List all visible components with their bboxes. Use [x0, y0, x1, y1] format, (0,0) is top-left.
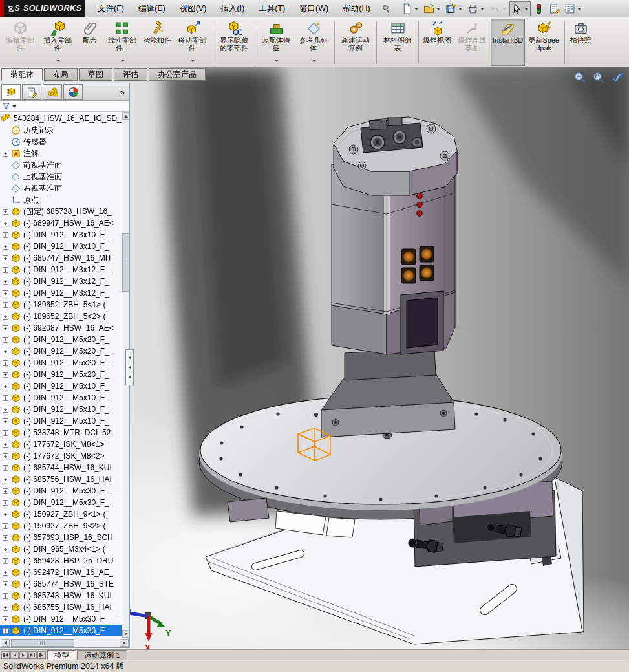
tree-item[interactable]: +(-) DIN_912__M5x10_F_: [0, 404, 122, 415]
expand-icon[interactable]: +: [3, 325, 8, 331]
expand-icon[interactable]: +: [3, 605, 8, 611]
tree-item[interactable]: +(-) DIN_912__M5x20_F_: [0, 357, 122, 369]
tree-item[interactable]: 前视基准面: [0, 159, 122, 171]
edit-component-button[interactable]: 编辑零部件: [1, 19, 39, 66]
display-screen[interactable]: [401, 291, 443, 354]
menu-item-3[interactable]: 插入(I): [213, 0, 251, 17]
tree-item[interactable]: 原点: [0, 194, 122, 206]
mate-button[interactable]: 配合: [76, 19, 103, 66]
dropdown-caret-icon[interactable]: [480, 8, 484, 12]
tree-item[interactable]: +(-) DIN_912__M3x12_F_: [0, 264, 122, 276]
expand-icon[interactable]: +: [3, 465, 8, 471]
expand-icon[interactable]: +: [3, 151, 8, 157]
assembly-features-button[interactable]: 装配体特征: [257, 19, 295, 66]
filter-caret-icon[interactable]: [12, 105, 16, 110]
take-snapshot-button[interactable]: 拍快照: [567, 19, 594, 66]
undo-button[interactable]: [487, 1, 509, 16]
linear-component-pattern-button[interactable]: 线性零部件...: [103, 19, 141, 66]
instant3d-button[interactable]: Instant3D: [491, 19, 525, 66]
expand-icon[interactable]: +: [3, 430, 8, 436]
expand-icon[interactable]: +: [3, 372, 8, 378]
tree-item[interactable]: +(-) DIN_912__M5x20_F_: [0, 334, 122, 345]
tree-item[interactable]: +(-) DIN_912__M3x12_F_: [0, 287, 122, 299]
show-hidden-components-button[interactable]: 显示隐藏的零部件: [215, 19, 253, 66]
zoom-to-area-button[interactable]: [592, 71, 605, 84]
expand-icon[interactable]: +: [3, 535, 8, 541]
tab-nav-button-4[interactable]: [37, 651, 46, 659]
expand-icon[interactable]: +: [3, 290, 8, 296]
scroll-down-button[interactable]: [122, 630, 129, 638]
tab-nav-button-0[interactable]: [1, 651, 10, 659]
expand-icon[interactable]: +: [3, 232, 8, 238]
tree-root-item[interactable]: 540284_HSW_16_AE_IO_SD_: [0, 113, 122, 124]
tree-item[interactable]: +(-) 189652_ZBH_5<2> (: [0, 310, 122, 322]
explode-line-sketch-button[interactable]: 爆炸直线草图: [453, 19, 491, 66]
zoom-to-fit-button[interactable]: [573, 71, 586, 84]
tree-item[interactable]: +(-) DIN_912__M5x30_F_: [0, 497, 122, 508]
expand-icon[interactable]: +: [3, 221, 8, 226]
expand-icon[interactable]: +: [3, 488, 8, 494]
document-tab-模型[interactable]: 模型: [47, 650, 76, 660]
dropdown-caret-icon[interactable]: [312, 60, 316, 64]
expand-icon[interactable]: +: [3, 255, 8, 261]
tree-horizontal-scrollbar[interactable]: [0, 638, 129, 647]
tree-item[interactable]: +(-) DIN_912__M5x20_F_: [0, 369, 122, 380]
menu-item-2[interactable]: 视图(V): [173, 0, 214, 17]
tree-item[interactable]: +(-) 685774_HSW_16_STE: [0, 578, 122, 590]
file-properties-button[interactable]: [547, 1, 562, 16]
tree-item[interactable]: +(-) 689947_HSW_16_AE<: [0, 217, 122, 229]
menu-item-0[interactable]: 文件(F): [91, 0, 131, 17]
panel-tab-featuremanager[interactable]: [1, 84, 21, 100]
new-motion-study-button[interactable]: 新建运动算例: [337, 19, 374, 66]
view-orientation-button[interactable]: [611, 71, 624, 84]
expand-icon[interactable]: +: [3, 593, 8, 599]
tree-item[interactable]: +(-) 177672_ISK_M8<1>: [0, 439, 122, 450]
tree-item[interactable]: +(-) 685743_HSW_16_KUI: [0, 590, 122, 602]
tree-item[interactable]: +(-) 692472_HSW_16_AE_: [0, 567, 122, 578]
tree-item[interactable]: 传感器: [0, 136, 122, 147]
scroll-left-button[interactable]: [1, 639, 10, 647]
tree-item[interactable]: +(-) DIN_912__M3x12_F_: [0, 276, 122, 287]
expand-icon[interactable]: +: [3, 547, 8, 552]
insert-component-button[interactable]: 插入零部件: [39, 19, 76, 66]
dropdown-caret-icon[interactable]: [121, 60, 125, 64]
expand-icon[interactable]: +: [3, 616, 8, 622]
panel-splitter-handle[interactable]: [125, 349, 134, 385]
document-tab-运动算例 1[interactable]: 运动算例 1: [77, 650, 127, 660]
expand-icon[interactable]: +: [3, 407, 8, 413]
tab-nav-button-3[interactable]: [28, 651, 37, 659]
panel-tab-propertymanager[interactable]: [22, 84, 41, 100]
tree-item[interactable]: +(-) 692087_HSW_16_AE<: [0, 322, 122, 334]
expand-icon[interactable]: +: [3, 418, 8, 424]
dropdown-caret-icon[interactable]: [524, 8, 528, 12]
tab-布局[interactable]: 布局: [44, 68, 78, 81]
dropdown-caret-icon[interactable]: [414, 8, 418, 12]
dropdown-caret-icon[interactable]: [436, 8, 440, 12]
tree-item[interactable]: +(-) DIN_912__M5x10_F_: [0, 415, 122, 427]
expand-icon[interactable]: +: [3, 314, 8, 320]
expand-icon[interactable]: +: [3, 267, 8, 273]
model-tower[interactable]: [321, 117, 457, 437]
tree-item[interactable]: +(-) DIN_912__M5x30_F_: [0, 613, 122, 625]
tree-item[interactable]: +(-) DIN_912__M5x30_F_: [0, 485, 122, 497]
tab-nav-button-1[interactable]: [10, 651, 19, 659]
tab-草图[interactable]: 草图: [79, 68, 112, 81]
tree-item[interactable]: +(-) 657693_HSP_16_SCH: [0, 532, 122, 543]
tree-item[interactable]: +(-) 150927_ZBH_9<1> (: [0, 508, 122, 520]
menu-item-4[interactable]: 工具(T): [251, 0, 292, 17]
expand-icon[interactable]: +: [3, 453, 8, 459]
expand-icon[interactable]: +: [3, 279, 8, 285]
expand-icon[interactable]: +: [3, 395, 8, 401]
tree-filter-bar[interactable]: [0, 101, 129, 112]
tree-item[interactable]: +(-) 189652_ZBH_5<1> (: [0, 299, 122, 310]
tree-item[interactable]: +(-) DIN_912__M5x30_F: [0, 625, 122, 636]
reference-geometry-button[interactable]: 参考几何体: [295, 19, 332, 66]
tree-item[interactable]: +(-) 685747_HSW_16_MIT: [0, 252, 122, 264]
tree-item[interactable]: +(-) 150927_ZBH_9<2> (: [0, 520, 122, 532]
expand-icon[interactable]: +: [3, 349, 8, 354]
expand-icon[interactable]: +: [3, 209, 8, 215]
dropdown-caret-icon[interactable]: [56, 60, 60, 64]
tab-装配体[interactable]: 装配体: [1, 68, 43, 81]
panel-overflow-chevron[interactable]: »: [120, 87, 125, 97]
tree-item[interactable]: +(-) DIN_965_M3x4<1> (: [0, 543, 122, 555]
